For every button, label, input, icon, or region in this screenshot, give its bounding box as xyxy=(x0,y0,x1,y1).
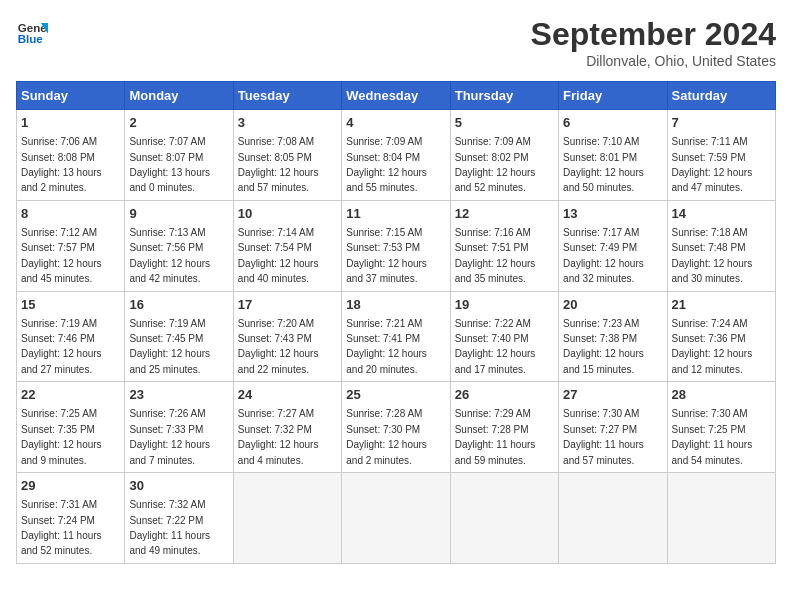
day-number: 28 xyxy=(672,386,771,404)
calendar-cell xyxy=(559,473,667,564)
day-info: Sunrise: 7:32 AMSunset: 7:22 PMDaylight:… xyxy=(129,499,210,556)
day-info: Sunrise: 7:21 AMSunset: 7:41 PMDaylight:… xyxy=(346,318,427,375)
day-number: 25 xyxy=(346,386,445,404)
day-number: 14 xyxy=(672,205,771,223)
calendar-cell: 18Sunrise: 7:21 AMSunset: 7:41 PMDayligh… xyxy=(342,291,450,382)
calendar-cell xyxy=(450,473,558,564)
day-number: 11 xyxy=(346,205,445,223)
day-info: Sunrise: 7:30 AMSunset: 7:25 PMDaylight:… xyxy=(672,408,753,465)
calendar-cell: 24Sunrise: 7:27 AMSunset: 7:32 PMDayligh… xyxy=(233,382,341,473)
day-info: Sunrise: 7:17 AMSunset: 7:49 PMDaylight:… xyxy=(563,227,644,284)
calendar-cell: 10Sunrise: 7:14 AMSunset: 7:54 PMDayligh… xyxy=(233,200,341,291)
day-number: 10 xyxy=(238,205,337,223)
day-info: Sunrise: 7:30 AMSunset: 7:27 PMDaylight:… xyxy=(563,408,644,465)
day-info: Sunrise: 7:26 AMSunset: 7:33 PMDaylight:… xyxy=(129,408,210,465)
calendar-cell: 17Sunrise: 7:20 AMSunset: 7:43 PMDayligh… xyxy=(233,291,341,382)
day-info: Sunrise: 7:15 AMSunset: 7:53 PMDaylight:… xyxy=(346,227,427,284)
day-info: Sunrise: 7:06 AMSunset: 8:08 PMDaylight:… xyxy=(21,136,102,193)
day-info: Sunrise: 7:22 AMSunset: 7:40 PMDaylight:… xyxy=(455,318,536,375)
day-info: Sunrise: 7:09 AMSunset: 8:02 PMDaylight:… xyxy=(455,136,536,193)
day-number: 2 xyxy=(129,114,228,132)
day-number: 13 xyxy=(563,205,662,223)
calendar-cell: 25Sunrise: 7:28 AMSunset: 7:30 PMDayligh… xyxy=(342,382,450,473)
day-info: Sunrise: 7:09 AMSunset: 8:04 PMDaylight:… xyxy=(346,136,427,193)
header-cell-wednesday: Wednesday xyxy=(342,82,450,110)
day-info: Sunrise: 7:10 AMSunset: 8:01 PMDaylight:… xyxy=(563,136,644,193)
calendar-cell: 12Sunrise: 7:16 AMSunset: 7:51 PMDayligh… xyxy=(450,200,558,291)
calendar-cell: 6Sunrise: 7:10 AMSunset: 8:01 PMDaylight… xyxy=(559,110,667,201)
day-number: 29 xyxy=(21,477,120,495)
day-info: Sunrise: 7:20 AMSunset: 7:43 PMDaylight:… xyxy=(238,318,319,375)
month-title: September 2024 xyxy=(531,16,776,53)
day-number: 9 xyxy=(129,205,228,223)
calendar-week-2: 8Sunrise: 7:12 AMSunset: 7:57 PMDaylight… xyxy=(17,200,776,291)
day-number: 17 xyxy=(238,296,337,314)
day-info: Sunrise: 7:31 AMSunset: 7:24 PMDaylight:… xyxy=(21,499,102,556)
calendar-cell: 29Sunrise: 7:31 AMSunset: 7:24 PMDayligh… xyxy=(17,473,125,564)
day-number: 4 xyxy=(346,114,445,132)
day-info: Sunrise: 7:11 AMSunset: 7:59 PMDaylight:… xyxy=(672,136,753,193)
header-cell-monday: Monday xyxy=(125,82,233,110)
day-number: 20 xyxy=(563,296,662,314)
calendar-header: SundayMondayTuesdayWednesdayThursdayFrid… xyxy=(17,82,776,110)
day-number: 21 xyxy=(672,296,771,314)
location: Dillonvale, Ohio, United States xyxy=(531,53,776,69)
day-number: 16 xyxy=(129,296,228,314)
logo: General Blue xyxy=(16,16,48,48)
calendar-cell xyxy=(233,473,341,564)
svg-text:Blue: Blue xyxy=(18,33,44,45)
calendar-cell: 23Sunrise: 7:26 AMSunset: 7:33 PMDayligh… xyxy=(125,382,233,473)
day-info: Sunrise: 7:12 AMSunset: 7:57 PMDaylight:… xyxy=(21,227,102,284)
day-info: Sunrise: 7:07 AMSunset: 8:07 PMDaylight:… xyxy=(129,136,210,193)
calendar-cell: 27Sunrise: 7:30 AMSunset: 7:27 PMDayligh… xyxy=(559,382,667,473)
day-info: Sunrise: 7:16 AMSunset: 7:51 PMDaylight:… xyxy=(455,227,536,284)
day-number: 6 xyxy=(563,114,662,132)
calendar-week-5: 29Sunrise: 7:31 AMSunset: 7:24 PMDayligh… xyxy=(17,473,776,564)
calendar-table: SundayMondayTuesdayWednesdayThursdayFrid… xyxy=(16,81,776,564)
calendar-week-3: 15Sunrise: 7:19 AMSunset: 7:46 PMDayligh… xyxy=(17,291,776,382)
header-cell-friday: Friday xyxy=(559,82,667,110)
calendar-cell xyxy=(342,473,450,564)
day-number: 3 xyxy=(238,114,337,132)
day-number: 26 xyxy=(455,386,554,404)
day-info: Sunrise: 7:18 AMSunset: 7:48 PMDaylight:… xyxy=(672,227,753,284)
calendar-cell: 22Sunrise: 7:25 AMSunset: 7:35 PMDayligh… xyxy=(17,382,125,473)
header-row: SundayMondayTuesdayWednesdayThursdayFrid… xyxy=(17,82,776,110)
day-number: 5 xyxy=(455,114,554,132)
day-number: 30 xyxy=(129,477,228,495)
calendar-cell: 19Sunrise: 7:22 AMSunset: 7:40 PMDayligh… xyxy=(450,291,558,382)
header-cell-tuesday: Tuesday xyxy=(233,82,341,110)
header-cell-thursday: Thursday xyxy=(450,82,558,110)
calendar-cell: 16Sunrise: 7:19 AMSunset: 7:45 PMDayligh… xyxy=(125,291,233,382)
calendar-cell: 1Sunrise: 7:06 AMSunset: 8:08 PMDaylight… xyxy=(17,110,125,201)
title-area: September 2024 Dillonvale, Ohio, United … xyxy=(531,16,776,69)
day-info: Sunrise: 7:19 AMSunset: 7:45 PMDaylight:… xyxy=(129,318,210,375)
day-number: 7 xyxy=(672,114,771,132)
calendar-cell: 2Sunrise: 7:07 AMSunset: 8:07 PMDaylight… xyxy=(125,110,233,201)
calendar-cell: 3Sunrise: 7:08 AMSunset: 8:05 PMDaylight… xyxy=(233,110,341,201)
calendar-cell: 14Sunrise: 7:18 AMSunset: 7:48 PMDayligh… xyxy=(667,200,775,291)
day-info: Sunrise: 7:25 AMSunset: 7:35 PMDaylight:… xyxy=(21,408,102,465)
calendar-cell: 13Sunrise: 7:17 AMSunset: 7:49 PMDayligh… xyxy=(559,200,667,291)
day-info: Sunrise: 7:13 AMSunset: 7:56 PMDaylight:… xyxy=(129,227,210,284)
day-info: Sunrise: 7:23 AMSunset: 7:38 PMDaylight:… xyxy=(563,318,644,375)
day-number: 8 xyxy=(21,205,120,223)
day-number: 27 xyxy=(563,386,662,404)
calendar-cell: 9Sunrise: 7:13 AMSunset: 7:56 PMDaylight… xyxy=(125,200,233,291)
calendar-week-4: 22Sunrise: 7:25 AMSunset: 7:35 PMDayligh… xyxy=(17,382,776,473)
calendar-cell: 28Sunrise: 7:30 AMSunset: 7:25 PMDayligh… xyxy=(667,382,775,473)
day-number: 15 xyxy=(21,296,120,314)
calendar-cell: 7Sunrise: 7:11 AMSunset: 7:59 PMDaylight… xyxy=(667,110,775,201)
day-number: 12 xyxy=(455,205,554,223)
calendar-cell: 21Sunrise: 7:24 AMSunset: 7:36 PMDayligh… xyxy=(667,291,775,382)
day-info: Sunrise: 7:14 AMSunset: 7:54 PMDaylight:… xyxy=(238,227,319,284)
calendar-week-1: 1Sunrise: 7:06 AMSunset: 8:08 PMDaylight… xyxy=(17,110,776,201)
day-number: 19 xyxy=(455,296,554,314)
calendar-body: 1Sunrise: 7:06 AMSunset: 8:08 PMDaylight… xyxy=(17,110,776,564)
day-number: 22 xyxy=(21,386,120,404)
calendar-cell: 5Sunrise: 7:09 AMSunset: 8:02 PMDaylight… xyxy=(450,110,558,201)
day-info: Sunrise: 7:19 AMSunset: 7:46 PMDaylight:… xyxy=(21,318,102,375)
day-info: Sunrise: 7:24 AMSunset: 7:36 PMDaylight:… xyxy=(672,318,753,375)
calendar-cell: 15Sunrise: 7:19 AMSunset: 7:46 PMDayligh… xyxy=(17,291,125,382)
calendar-cell: 30Sunrise: 7:32 AMSunset: 7:22 PMDayligh… xyxy=(125,473,233,564)
